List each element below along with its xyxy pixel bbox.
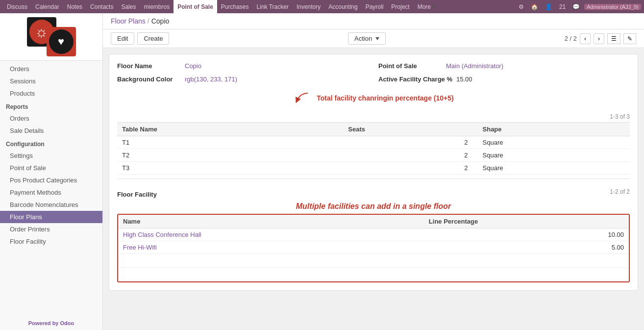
nav-sales[interactable]: Sales (117, 0, 140, 13)
breadcrumb-separator: / (148, 17, 149, 25)
table-row[interactable]: T12Square (117, 136, 630, 149)
sidebar-item-payment-methods[interactable]: Payment Methods (0, 186, 102, 199)
list-item[interactable]: Free Hi-Wifi5.00 (118, 241, 629, 254)
nav-calendar[interactable]: Calendar (31, 0, 63, 13)
powered-by: Powered by Odoo (0, 316, 102, 330)
point-of-sale-value[interactable]: Main (Administrator) (446, 62, 503, 70)
nav-link-tracker[interactable]: Link Tracker (253, 0, 293, 13)
settings-icon[interactable]: ⚙ (516, 3, 526, 10)
form-content: Floor Name Copio Point of Sale Main (Adm… (103, 48, 644, 297)
active-facility-field: Active Facility Charge % 15.00 (378, 76, 630, 83)
sidebar: ☼ ♥ Orders Sessions Products Reports Ord… (0, 13, 103, 330)
table-row[interactable]: T22Square (117, 149, 630, 162)
nav-point-of-sale[interactable]: Point of Sale (173, 0, 217, 13)
col-facility-name: Name (118, 215, 424, 228)
annotation-row: Total facility chanringin percentage (10… (117, 89, 630, 109)
sidebar-item-barcode-nomenclatures[interactable]: Barcode Nomenclatures (0, 199, 102, 211)
nav-discuss[interactable]: Discuss (3, 0, 31, 13)
nav-inventory[interactable]: Inventory (293, 0, 324, 13)
sidebar-item-sessions[interactable]: Sessions (0, 75, 102, 87)
background-color-label: Background Color (117, 76, 181, 83)
notification-count[interactable]: 21 (557, 3, 568, 10)
edit-button[interactable]: Edit (111, 32, 134, 45)
shape-cell: Square (478, 162, 630, 175)
home-icon[interactable]: 🏠 (528, 3, 541, 10)
active-facility-label: Active Facility Charge % (378, 76, 452, 83)
annotation-text: Total facility chanringin percentage (10… (317, 94, 453, 102)
odoo-brand: Odoo (60, 320, 74, 326)
field-row-2: Background Color rgb(130, 233, 171) Acti… (117, 76, 630, 83)
table-name-cell: T1 (117, 136, 343, 149)
sidebar-item-orders-top[interactable]: Orders (0, 63, 102, 75)
sidebar-item-settings[interactable]: Settings (0, 150, 102, 162)
table-name-cell: T3 (117, 162, 343, 175)
user-icon[interactable]: 👤 (543, 3, 555, 10)
content-area: Floor Plans / Copio Edit Create Action 2… (103, 13, 644, 330)
action-button[interactable]: Action (348, 32, 386, 45)
floor-facility-header: Floor Facility 1-2 of 2 (117, 183, 630, 200)
tables-table: Table Name Seats Shape T12SquareT22Squar… (117, 122, 630, 175)
toolbar: Edit Create Action 2 / 2 ‹ › ☰ ✎ (103, 29, 644, 48)
facility-count: 1-2 of 2 (610, 188, 630, 195)
sidebar-item-order-printers[interactable]: Order Printers (0, 223, 102, 235)
list-view-button[interactable]: ☰ (607, 33, 620, 44)
field-row-1: Floor Name Copio Point of Sale Main (Adm… (117, 62, 630, 70)
col-seats: Seats (343, 123, 477, 136)
facility-name-cell: High Class Conference Hall (118, 228, 424, 241)
nav-accounting[interactable]: Accounting (324, 0, 361, 13)
col-line-percentage: Line Percentage (424, 215, 629, 228)
facility-annotation: Multiple facilities can add in a single … (117, 200, 630, 214)
nav-more[interactable]: More (414, 0, 440, 13)
nav-notes[interactable]: Notes (63, 0, 86, 13)
breadcrumb: Floor Plans / Copio (111, 17, 636, 25)
admin-badge[interactable]: Administrator (AJJ_9) (584, 4, 641, 10)
floor-name-label: Floor Name (117, 62, 181, 70)
edit-view-button[interactable]: ✎ (623, 33, 636, 44)
logo-bottom-shape: ♥ (49, 29, 74, 54)
col-table-name: Table Name (117, 123, 343, 136)
divider (117, 178, 630, 179)
nav-miembros[interactable]: miembros (140, 0, 173, 13)
sidebar-item-orders-reports[interactable]: Orders (0, 112, 102, 125)
floor-name-value: Copio (185, 62, 201, 70)
sidebar-item-floor-facility[interactable]: Floor Facility (0, 235, 102, 248)
table-row[interactable]: T32Square (117, 162, 630, 175)
facility-table-wrapper: Name Line Percentage High Class Conferen… (117, 214, 630, 282)
facility-table: Name Line Percentage High Class Conferen… (118, 215, 629, 281)
chat-icon[interactable]: 💬 (570, 3, 582, 10)
table-name-cell: T2 (117, 149, 343, 162)
shape-cell: Square (478, 136, 630, 149)
nav-project[interactable]: Project (387, 0, 413, 13)
action-dropdown-icon (375, 37, 379, 40)
nav-payroll[interactable]: Payroll (362, 0, 388, 13)
page-header: Floor Plans / Copio (103, 13, 644, 29)
reports-section-label: Reports (0, 100, 102, 112)
prev-button[interactable]: ‹ (580, 33, 591, 44)
record-card: Floor Name Copio Point of Sale Main (Adm… (109, 54, 638, 291)
next-button[interactable]: › (594, 33, 604, 44)
facility-name-cell: Free Hi-Wifi (118, 241, 424, 254)
floor-facility-label: Floor Facility (117, 191, 157, 198)
breadcrumb-current: Copio (151, 17, 170, 25)
sidebar-item-sale-details[interactable]: Sale Details (0, 125, 102, 137)
sidebar-item-products[interactable]: Products (0, 87, 102, 100)
seats-cell: 2 (343, 136, 477, 149)
point-of-sale-label: Point of Sale (378, 62, 442, 70)
tables-count: 1-3 of 3 (610, 113, 630, 120)
sidebar-item-point-of-sale[interactable]: Point of Sale (0, 162, 102, 174)
active-facility-value: 15.00 (456, 76, 472, 83)
tables-section-header: 1-3 of 3 (117, 113, 630, 120)
sidebar-logo: ☼ ♥ (0, 13, 102, 61)
list-item[interactable]: High Class Conference Hall10.00 (118, 228, 629, 241)
seats-cell: 2 (343, 162, 477, 175)
list-item-empty (118, 254, 629, 268)
nav-purchases[interactable]: Purchases (217, 0, 253, 13)
breadcrumb-parent[interactable]: Floor Plans (111, 17, 146, 25)
sidebar-item-floor-plans[interactable]: Floor Plans (0, 211, 102, 223)
sidebar-item-pos-product-categories[interactable]: Pos Product Categories (0, 174, 102, 186)
pagination-info: 2 / 2 (565, 35, 577, 42)
facility-percentage-cell: 5.00 (424, 241, 629, 254)
main-layout: ☼ ♥ Orders Sessions Products Reports Ord… (0, 13, 644, 330)
nav-contacts[interactable]: Contacts (86, 0, 117, 13)
create-button[interactable]: Create (137, 32, 169, 45)
